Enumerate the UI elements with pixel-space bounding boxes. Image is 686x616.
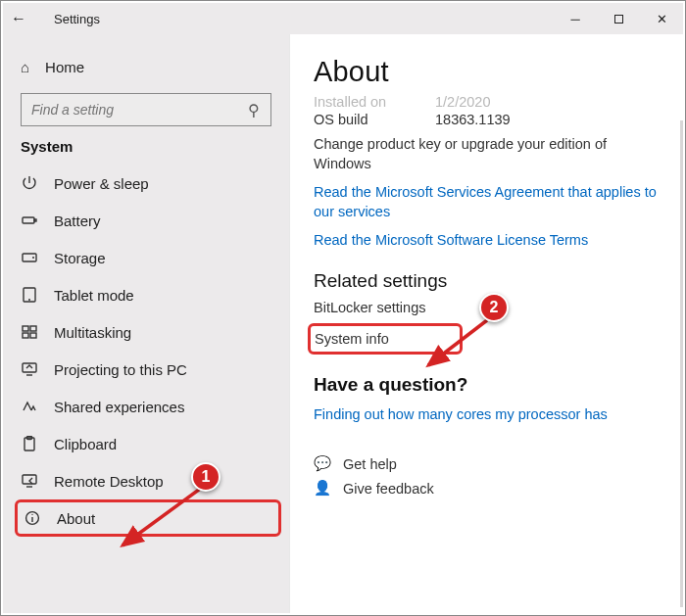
- clipboard-icon: [21, 435, 38, 452]
- get-help-icon: 💬: [314, 455, 333, 472]
- annotation-badge-1: 1: [191, 462, 220, 492]
- svg-rect-1: [34, 219, 36, 221]
- give-feedback-link[interactable]: 👤 Give feedback: [314, 480, 665, 497]
- spec-label: OS build: [314, 112, 435, 127]
- related-settings-heading: Related settings: [314, 270, 665, 292]
- svg-rect-9: [30, 333, 36, 338]
- home-icon: ⌂: [21, 59, 29, 75]
- back-button[interactable]: ←: [7, 10, 30, 27]
- cores-question-link[interactable]: Finding out how many cores my processor …: [314, 405, 665, 425]
- category-heading: System: [3, 138, 289, 155]
- license-terms-link[interactable]: Read the Microsoft Software License Term…: [314, 231, 665, 251]
- home-label: Home: [45, 59, 84, 75]
- sidebar-item-projecting[interactable]: Projecting to this PC: [3, 351, 289, 388]
- svg-rect-7: [30, 326, 36, 331]
- sidebar-item-label: About: [57, 510, 95, 527]
- sidebar-item-label: Projecting to this PC: [54, 361, 187, 378]
- sidebar-item-tablet-mode[interactable]: Tablet mode: [3, 276, 289, 313]
- home-nav[interactable]: ⌂ Home: [3, 48, 289, 85]
- system-info-link[interactable]: System info: [315, 331, 389, 347]
- sidebar-item-about[interactable]: About: [15, 499, 281, 537]
- sidebar-item-battery[interactable]: Battery: [3, 202, 289, 239]
- content-pane: About Installed on 1/2/2020 OS build 183…: [289, 34, 683, 613]
- svg-rect-0: [23, 217, 34, 223]
- sidebar-item-label: Shared experiences: [54, 399, 184, 415]
- remote-desktop-icon: [21, 472, 38, 490]
- sidebar: ⌂ Home ⚲ System Power & sleep Battery: [3, 34, 289, 613]
- sidebar-item-label: Battery: [54, 213, 101, 229]
- sidebar-item-label: Power & sleep: [54, 175, 149, 192]
- spec-value: 1/2/2020: [435, 94, 490, 110]
- multitasking-icon: [21, 323, 38, 341]
- spec-label: Installed on: [314, 94, 435, 110]
- system-info-box: System info: [308, 323, 463, 355]
- sidebar-item-label: Clipboard: [54, 436, 117, 452]
- storage-icon: [21, 249, 38, 266]
- tablet-icon: [21, 286, 38, 304]
- shared-experiences-icon: [21, 398, 38, 415]
- search-box[interactable]: ⚲: [21, 93, 271, 126]
- svg-point-3: [32, 257, 34, 259]
- scrollbar[interactable]: [680, 120, 683, 607]
- search-input[interactable]: [22, 102, 237, 118]
- feedback-icon: 👤: [314, 480, 333, 497]
- sidebar-item-label: Remote Desktop: [54, 473, 164, 490]
- sidebar-item-storage[interactable]: Storage: [3, 239, 289, 276]
- svg-rect-13: [23, 475, 36, 484]
- spec-value: 18363.1139: [435, 112, 511, 127]
- svg-rect-6: [23, 326, 28, 331]
- projecting-icon: [21, 360, 38, 378]
- spec-row-installed: Installed on 1/2/2020: [314, 94, 665, 110]
- sidebar-item-power-sleep[interactable]: Power & sleep: [3, 165, 289, 202]
- search-icon: ⚲: [237, 101, 270, 119]
- change-product-key-link[interactable]: Change product key or upgrade your editi…: [314, 135, 665, 173]
- battery-icon: [21, 212, 38, 229]
- sidebar-item-clipboard[interactable]: Clipboard: [3, 425, 289, 462]
- annotation-badge-2: 2: [479, 293, 509, 322]
- maximize-button[interactable]: [597, 3, 640, 34]
- power-icon: [21, 174, 38, 192]
- page-title: About: [314, 56, 665, 88]
- svg-point-16: [31, 514, 32, 515]
- get-help-link[interactable]: 💬 Get help: [314, 455, 665, 472]
- sidebar-item-shared-experiences[interactable]: Shared experiences: [3, 388, 289, 425]
- sidebar-item-label: Tablet mode: [54, 287, 134, 304]
- sidebar-item-remote-desktop[interactable]: Remote Desktop: [3, 462, 289, 499]
- svg-rect-8: [23, 333, 28, 338]
- close-button[interactable]: ✕: [640, 3, 683, 34]
- minimize-button[interactable]: ─: [554, 3, 597, 34]
- window-title: Settings: [54, 12, 100, 26]
- services-agreement-link[interactable]: Read the Microsoft Services Agreement th…: [314, 183, 665, 221]
- sidebar-item-label: Multitasking: [54, 324, 131, 341]
- spec-row-build: OS build 18363.1139: [314, 112, 665, 127]
- question-heading: Have a question?: [314, 374, 665, 396]
- titlebar: ← Settings ─ ✕: [3, 3, 683, 34]
- sidebar-item-multitasking[interactable]: Multitasking: [3, 313, 289, 351]
- about-icon: [24, 509, 41, 527]
- sidebar-item-label: Storage: [54, 250, 106, 266]
